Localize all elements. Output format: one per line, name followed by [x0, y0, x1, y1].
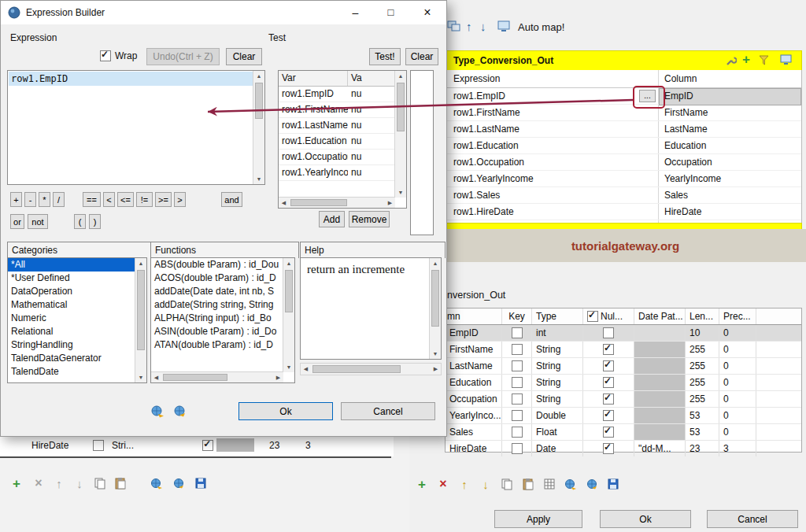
mapping-expression[interactable]: row1.YearlyIncome: [453, 171, 534, 187]
function-item[interactable]: addDate(Date date, int nb, S: [151, 285, 283, 298]
category-item[interactable]: TalendDataGenerator: [8, 352, 146, 365]
schema-precision[interactable]: 0: [719, 375, 756, 390]
test-row[interactable]: row1.LastNamenu: [279, 118, 406, 134]
categories-scrollbar[interactable]: ▲ ▼: [135, 258, 146, 382]
left-schema-type[interactable]: Stri...: [112, 440, 134, 451]
mapping-expression[interactable]: row1.Education: [453, 138, 519, 153]
operator-less-equal-button[interactable]: <=: [117, 192, 134, 207]
mapping-expression[interactable]: row1.LastName: [453, 121, 519, 137]
schema-column-name[interactable]: Occupation: [446, 391, 502, 407]
save-icon[interactable]: [606, 477, 620, 491]
operator-not-equal-button[interactable]: !=: [136, 192, 153, 207]
category-item[interactable]: Relational: [8, 325, 146, 338]
functions-scrollbar[interactable]: ▲ ▼: [283, 258, 294, 372]
scroll-up-icon[interactable]: ▲: [253, 71, 264, 81]
schema-date-pattern[interactable]: [634, 358, 686, 374]
mapping-expression[interactable]: row1.HireDate: [453, 204, 514, 220]
test-row[interactable]: row1.Educationnu: [279, 134, 406, 150]
add-column-icon[interactable]: +: [742, 53, 750, 66]
mapping-row[interactable]: row1.YearlyIncome YearlyIncome: [446, 171, 801, 187]
test-row[interactable]: row1.YearlyInco...nu: [279, 165, 406, 181]
mapping-row[interactable]: row1.HireDate HireDate: [446, 204, 801, 220]
schema-type[interactable]: Float: [532, 424, 583, 440]
schema-precision[interactable]: 0: [719, 325, 756, 341]
test-button[interactable]: Test!: [369, 48, 401, 65]
schema-row[interactable]: LastName String 255 0: [446, 358, 801, 375]
schema-row[interactable]: Education String 255 0: [446, 375, 801, 391]
schema-date-pattern[interactable]: [634, 424, 686, 440]
schema-length[interactable]: 23: [686, 441, 719, 456]
key-checkbox[interactable]: [512, 410, 523, 421]
key-checkbox[interactable]: [512, 360, 523, 371]
test-row[interactable]: row1.Occupationnu: [279, 150, 406, 165]
columns-icon[interactable]: [542, 477, 556, 491]
dialog-titlebar[interactable]: Expression Builder – □ ×: [1, 1, 446, 24]
mapping-row[interactable]: row1.Education Education: [446, 138, 801, 154]
operator-equals-button[interactable]: ==: [83, 192, 101, 207]
operator-and-button[interactable]: and: [221, 192, 242, 207]
minimize-button[interactable]: –: [338, 1, 373, 24]
key-checkbox[interactable]: [512, 393, 523, 405]
mapping-expression[interactable]: row1.Occupation: [453, 154, 524, 170]
key-checkbox[interactable]: [512, 344, 523, 355]
schema-column-name[interactable]: Education: [446, 375, 502, 390]
left-schema-precision[interactable]: 3: [305, 440, 311, 451]
import-schema-icon[interactable]: [585, 477, 599, 491]
operator-divide-button[interactable]: /: [53, 192, 65, 207]
test-table-scrollbar[interactable]: ▲ ▼: [394, 71, 406, 198]
left-schema-column-name[interactable]: HireDate: [31, 440, 68, 451]
wrench-icon[interactable]: [725, 55, 737, 67]
undo-button[interactable]: Undo(Ctrl + Z): [146, 48, 220, 65]
nullable-checkbox[interactable]: [603, 393, 614, 405]
nullable-checkbox[interactable]: [603, 360, 614, 371]
apply-button[interactable]: Apply: [494, 510, 582, 528]
automap-button[interactable]: Auto map!: [518, 21, 564, 33]
schema-tab-label[interactable]: nversion_Out: [447, 290, 505, 301]
schema-type[interactable]: String: [532, 375, 583, 390]
schema-column-name[interactable]: FirstName: [446, 342, 502, 357]
copy-icon[interactable]: [500, 477, 514, 491]
scroll-right-icon[interactable]: ▶: [385, 198, 395, 208]
nullable-checkbox[interactable]: [603, 410, 614, 421]
schema-length[interactable]: 255: [686, 391, 719, 407]
key-checkbox[interactable]: [512, 327, 523, 338]
schema-date-pattern[interactable]: [634, 325, 686, 341]
nullable-checkbox[interactable]: [603, 377, 614, 388]
dialog-cancel-button[interactable]: Cancel: [341, 402, 435, 420]
mapping-row[interactable]: row1.EmpID FirstName EmpID ...: [446, 88, 801, 105]
schema-date-pattern[interactable]: [634, 408, 686, 423]
scroll-down-icon[interactable]: ▼: [395, 187, 406, 198]
test-row[interactable]: row1.EmpIDnu: [279, 87, 406, 102]
schema-date-pattern[interactable]: [634, 342, 686, 357]
schema-column-name[interactable]: EmpID: [446, 325, 502, 341]
map-ok-button[interactable]: Ok: [600, 510, 691, 528]
function-item[interactable]: addDate(String string, String: [151, 298, 283, 312]
schema-row[interactable]: YearlyInco... Double 53 0: [446, 408, 801, 424]
schema-precision[interactable]: 0: [719, 342, 756, 357]
operator-or-button[interactable]: or: [10, 214, 24, 229]
schema-type[interactable]: String: [532, 358, 583, 374]
schema-date-pattern[interactable]: "dd-M...: [634, 441, 686, 456]
schema-row[interactable]: Occupation String 255 0: [446, 391, 801, 408]
mapping-expression[interactable]: row1.EmpID: [453, 88, 505, 104]
add-row-button[interactable]: +: [415, 477, 429, 491]
schema-row[interactable]: FirstName String 255 0: [446, 342, 801, 358]
scroll-down-icon[interactable]: ▼: [430, 349, 441, 359]
test-row[interactable]: row1.FirstNamenu: [279, 102, 406, 118]
map-cancel-button[interactable]: Cancel: [707, 510, 798, 528]
schema-type[interactable]: String: [532, 391, 583, 407]
mapping-expression[interactable]: row1.Sales: [453, 187, 500, 203]
function-item[interactable]: ABS(double tParam) : id_Dou: [151, 258, 283, 272]
mapping-row[interactable]: row1.Sales Sales: [446, 187, 801, 204]
schema-length[interactable]: 255: [686, 375, 719, 390]
move-down-button[interactable]: ↓: [479, 477, 493, 491]
schema-length[interactable]: 255: [686, 342, 719, 357]
schema-precision[interactable]: 0: [719, 408, 756, 423]
dialog-ok-button[interactable]: Ok: [238, 402, 333, 420]
function-item[interactable]: ATAN(double tParam) : id_D: [151, 338, 283, 352]
operator-open-paren-button[interactable]: (: [74, 214, 86, 229]
scroll-left-icon[interactable]: ◀: [301, 364, 311, 375]
move-up-button[interactable]: ↑: [457, 477, 471, 491]
filter-icon[interactable]: [758, 54, 770, 66]
category-item[interactable]: Mathematical: [8, 298, 146, 312]
